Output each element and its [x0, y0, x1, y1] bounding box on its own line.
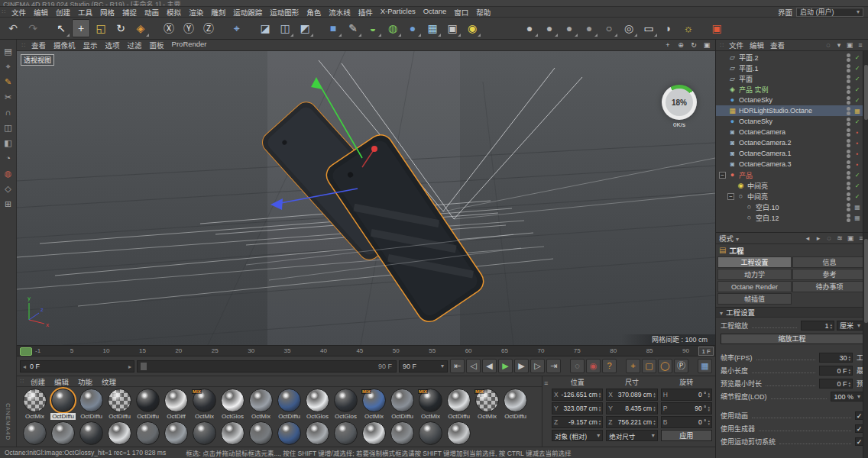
- lock-icon[interactable]: ▣: [846, 41, 853, 49]
- lock-icon[interactable]: ▣: [847, 234, 854, 242]
- attribute-tab[interactable]: 参考: [792, 269, 866, 280]
- material-item[interactable]: [361, 421, 387, 445]
- drag-grip-icon[interactable]: [18, 378, 26, 385]
- lock-y-icon[interactable]: Ⓨ: [180, 19, 198, 37]
- lod-select[interactable]: 100 %: [831, 392, 863, 402]
- motion-system-button[interactable]: ▦: [698, 359, 712, 373]
- scale-tool-icon[interactable]: ◱: [92, 19, 110, 37]
- expander-icon[interactable]: [719, 129, 726, 136]
- visibility-dots[interactable]: [847, 171, 850, 179]
- material-item[interactable]: [50, 421, 76, 445]
- menu-item[interactable]: 捕捉: [118, 7, 141, 18]
- viewport-menu-item[interactable]: 过滤: [124, 40, 146, 50]
- expander-icon[interactable]: [719, 86, 726, 93]
- expander-icon[interactable]: −: [719, 172, 726, 179]
- object-type-icon[interactable]: ◉: [737, 182, 745, 189]
- expander-icon[interactable]: [719, 97, 726, 104]
- attribute-tab[interactable]: 工程设置: [717, 256, 792, 268]
- render-settings-icon[interactable]: ◩: [296, 19, 314, 37]
- position-z-input[interactable]: Z-9.157 cm: [552, 416, 603, 428]
- expander-icon[interactable]: [719, 161, 726, 168]
- object-state-icon[interactable]: ▪: [853, 140, 862, 147]
- render-view-icon[interactable]: ◪: [256, 19, 274, 37]
- material-item[interactable]: OctGlos: [219, 389, 246, 420]
- object-type-icon[interactable]: ◙: [728, 128, 737, 136]
- project-scale-input[interactable]: 1: [801, 321, 834, 331]
- expander-icon[interactable]: −: [727, 193, 734, 200]
- object-row[interactable]: ▦ HDRLightStudio.Octane ▦: [716, 105, 868, 116]
- add-cloner-icon[interactable]: ▦: [423, 19, 442, 37]
- object-manager-menu-item[interactable]: 查看: [767, 40, 788, 50]
- object-type-icon[interactable]: ◙: [728, 139, 737, 147]
- goto-start-button[interactable]: ⇤: [450, 359, 465, 373]
- object-row[interactable]: ○ 空白.12 ▦: [716, 212, 868, 223]
- material-item[interactable]: [134, 421, 161, 445]
- snap-toggle-icon[interactable]: ◇: [2, 181, 15, 196]
- material-item[interactable]: OctMix: [248, 389, 274, 420]
- mirror-icon[interactable]: ◫: [2, 120, 15, 135]
- smooth-icon[interactable]: ◔: [2, 150, 15, 166]
- knife-icon[interactable]: ✂: [2, 89, 15, 105]
- undo-icon[interactable]: ↶: [4, 19, 22, 37]
- drag-grip-icon[interactable]: [20, 42, 28, 49]
- material-item[interactable]: OctDiffu: [445, 389, 472, 420]
- object-state-icon[interactable]: ✓: [853, 97, 862, 104]
- lock-z-icon[interactable]: Ⓩ: [199, 19, 218, 37]
- keyframe-selection-button[interactable]: ?: [602, 359, 617, 373]
- viewport-menu-item[interactable]: 摄像机: [50, 40, 79, 50]
- attributes-scrollbar[interactable]: [863, 233, 868, 458]
- object-row[interactable]: ◙ OctaneCamera ▪: [716, 127, 868, 137]
- stereo-view-icon[interactable]: ◎: [620, 19, 638, 37]
- visibility-dots[interactable]: [847, 107, 850, 115]
- material-item[interactable]: OctDiffu: [134, 389, 161, 420]
- object-row[interactable]: ◙ OctaneCamera.1 ▪: [716, 148, 868, 159]
- attribute-tab[interactable]: 帧插值: [717, 293, 792, 305]
- current-frame-input[interactable]: 0 F: [20, 360, 134, 373]
- object-type-icon[interactable]: ◙: [728, 160, 737, 168]
- history-back-icon[interactable]: ◂: [804, 234, 811, 242]
- rotation-h-input[interactable]: H0 °: [661, 389, 712, 401]
- display-quickshade-icon[interactable]: ●: [540, 19, 559, 37]
- search-icon[interactable]: ◌: [824, 41, 832, 49]
- magnet-icon[interactable]: ∩: [2, 105, 15, 120]
- frame-range-select[interactable]: 90 F: [399, 360, 448, 373]
- menu-item[interactable]: 渲染: [185, 7, 207, 18]
- min-length-input[interactable]: 0 F: [819, 366, 853, 376]
- filter-icon[interactable]: ≋: [836, 234, 844, 242]
- object-type-icon[interactable]: ▦: [728, 107, 737, 114]
- material-item[interactable]: [248, 421, 274, 445]
- position-y-input[interactable]: Y323.087 cm: [552, 402, 603, 414]
- spinner-icon[interactable]: [599, 405, 601, 411]
- expander-icon[interactable]: [736, 214, 743, 221]
- octane-live-viewer-icon[interactable]: ▣: [708, 19, 726, 37]
- visibility-dots[interactable]: [847, 182, 850, 190]
- size-x-input[interactable]: X370.089 cm: [606, 389, 657, 401]
- visibility-dots[interactable]: [847, 128, 850, 137]
- history-forward-icon[interactable]: ▸: [815, 234, 822, 242]
- material-item[interactable]: [163, 421, 189, 445]
- object-type-icon[interactable]: ○: [737, 192, 745, 200]
- spinner-icon[interactable]: [708, 419, 710, 425]
- viewport-menu-item[interactable]: 查看: [28, 40, 50, 50]
- visibility-dots[interactable]: [847, 96, 850, 105]
- play-button[interactable]: ▶: [498, 359, 513, 373]
- frame-step-up-icon[interactable]: [128, 363, 131, 370]
- spinner-icon[interactable]: [653, 392, 656, 398]
- toggle-view-icon[interactable]: ▣: [701, 40, 712, 50]
- visibility-dots[interactable]: [847, 192, 850, 201]
- menu-item[interactable]: 网格: [96, 7, 118, 18]
- object-row[interactable]: ● OctaneSky ✓: [716, 116, 868, 127]
- size-y-input[interactable]: Y8.435 cm: [606, 402, 657, 414]
- display-gouraud-icon[interactable]: ●: [520, 19, 539, 37]
- coordinate-mode-select[interactable]: 对象 (相对): [552, 430, 603, 441]
- viewport-menu-item[interactable]: 选项: [102, 40, 124, 50]
- menu-item[interactable]: 运动图形: [266, 7, 303, 18]
- material-item[interactable]: OctDiffu: [78, 389, 105, 420]
- attribute-tab[interactable]: 动力学: [717, 269, 792, 280]
- material-item[interactable]: MIX OctMix: [417, 389, 444, 420]
- visibility-dots[interactable]: [847, 85, 850, 94]
- object-state-icon[interactable]: ✓: [853, 182, 862, 189]
- object-row[interactable]: ◈ 产品 实例 ✓: [716, 84, 868, 95]
- material-item[interactable]: [78, 421, 105, 445]
- object-type-icon[interactable]: ◙: [728, 150, 737, 157]
